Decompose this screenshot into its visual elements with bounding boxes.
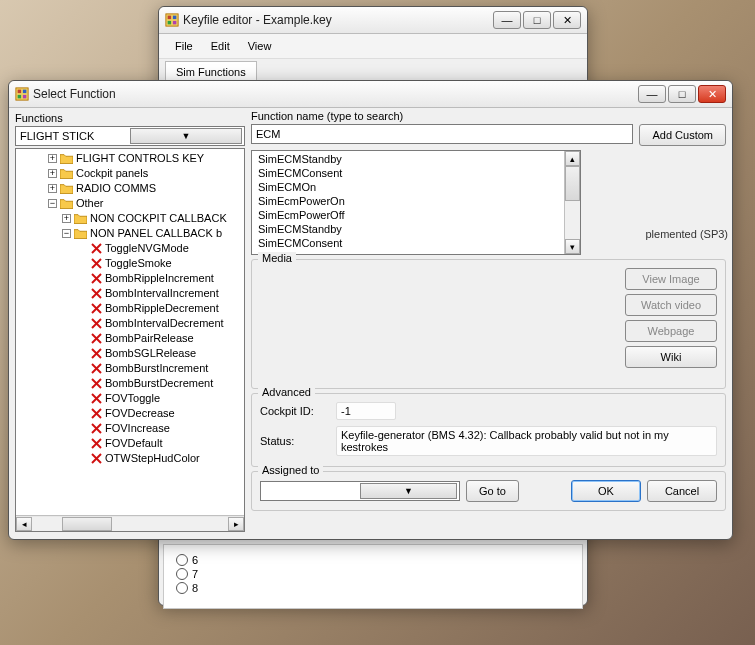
- expand-icon[interactable]: +: [48, 154, 57, 163]
- select-function-title: Select Function: [33, 87, 638, 101]
- expand-icon[interactable]: +: [62, 214, 71, 223]
- list-item[interactable]: SimEcmPowerOff: [256, 208, 560, 222]
- expand-icon[interactable]: +: [48, 184, 57, 193]
- assigned-to-combo[interactable]: ▼: [260, 481, 460, 501]
- collapse-icon[interactable]: −: [62, 229, 71, 238]
- keyfile-title: Keyfile editor - Example.key: [183, 13, 493, 27]
- x-icon: [90, 303, 102, 315]
- x-icon: [90, 333, 102, 345]
- minimize-button[interactable]: —: [638, 85, 666, 103]
- minimize-button[interactable]: —: [493, 11, 521, 29]
- cockpit-id-value: -1: [336, 402, 396, 420]
- x-icon: [90, 393, 102, 405]
- tree-item[interactable]: BombIntervalIncrement: [18, 286, 244, 301]
- assigned-to-legend: Assigned to: [258, 464, 323, 476]
- tree-item[interactable]: BombPairRelease: [18, 331, 244, 346]
- list-item[interactable]: SimECMConsent: [256, 236, 560, 250]
- tab-sim-functions[interactable]: Sim Functions: [165, 61, 257, 82]
- tree-item[interactable]: BombSGLRelease: [18, 346, 244, 361]
- tree-node-radio-comms[interactable]: +RADIO COMMS: [18, 181, 244, 196]
- x-icon: [90, 363, 102, 375]
- x-icon: [90, 273, 102, 285]
- list-item[interactable]: SimECMConsent: [256, 166, 560, 180]
- watch-video-button[interactable]: Watch video: [625, 294, 717, 316]
- list-item[interactable]: SimECMStandby: [256, 152, 560, 166]
- maximize-button[interactable]: □: [523, 11, 551, 29]
- tree-item[interactable]: FOVDefault: [18, 436, 244, 451]
- menu-file[interactable]: File: [167, 38, 201, 54]
- scroll-right-icon[interactable]: ▸: [228, 517, 244, 531]
- close-button[interactable]: ✕: [698, 85, 726, 103]
- tree-item[interactable]: FOVDecrease: [18, 406, 244, 421]
- advanced-legend: Advanced: [258, 386, 315, 398]
- functions-label: Functions: [15, 110, 245, 126]
- chevron-down-icon[interactable]: ▼: [130, 128, 242, 144]
- x-icon: [90, 408, 102, 420]
- tree-item[interactable]: FOVIncrease: [18, 421, 244, 436]
- tree-item[interactable]: BombRippleDecrement: [18, 301, 244, 316]
- flight-stick-value: FLIGHT STICK: [20, 130, 130, 142]
- media-group: Media View Image Watch video Webpage Wik…: [251, 259, 726, 389]
- tree-node-cockpit-panels[interactable]: +Cockpit panels: [18, 166, 244, 181]
- radio-option-6[interactable]: 6: [176, 553, 570, 567]
- tree-horizontal-scrollbar[interactable]: ◂ ▸: [16, 515, 244, 531]
- tree-node-other[interactable]: −Other: [18, 196, 244, 211]
- search-results-list[interactable]: SimECMStandbySimECMConsentSimECMOnSimEcm…: [251, 150, 581, 255]
- chevron-down-icon[interactable]: ▼: [360, 483, 457, 499]
- x-icon: [90, 438, 102, 450]
- maximize-button[interactable]: □: [668, 85, 696, 103]
- keyfile-title-bar[interactable]: Keyfile editor - Example.key — □ ✕: [159, 7, 587, 34]
- tree-item[interactable]: ToggleNVGMode: [18, 241, 244, 256]
- list-vertical-scrollbar[interactable]: ▴ ▾: [564, 151, 580, 254]
- add-custom-button[interactable]: Add Custom: [639, 124, 726, 146]
- scroll-left-icon[interactable]: ◂: [16, 517, 32, 531]
- cancel-button[interactable]: Cancel: [647, 480, 717, 502]
- x-icon: [90, 453, 102, 465]
- x-icon: [90, 288, 102, 300]
- goto-button[interactable]: Go to: [466, 480, 519, 502]
- x-icon: [90, 348, 102, 360]
- list-item[interactable]: SimECMOn: [256, 180, 560, 194]
- folder-icon: [74, 228, 87, 239]
- webpage-button[interactable]: Webpage: [625, 320, 717, 342]
- scroll-thumb[interactable]: [62, 517, 112, 531]
- view-image-button[interactable]: View Image: [625, 268, 717, 290]
- expand-icon[interactable]: +: [48, 169, 57, 178]
- scroll-down-icon[interactable]: ▾: [565, 239, 580, 254]
- function-tree[interactable]: +FLIGHT CONTROLS KEY +Cockpit panels +RA…: [15, 148, 245, 532]
- select-function-title-bar[interactable]: Select Function — □ ✕: [9, 81, 732, 108]
- tree-item[interactable]: OTWStepHudColor: [18, 451, 244, 466]
- app-icon: [15, 87, 29, 101]
- scroll-up-icon[interactable]: ▴: [565, 151, 580, 166]
- tree-node-flight-controls[interactable]: +FLIGHT CONTROLS KEY: [18, 151, 244, 166]
- collapse-icon[interactable]: −: [48, 199, 57, 208]
- wiki-button[interactable]: Wiki: [625, 346, 717, 368]
- status-label: Status:: [260, 435, 330, 447]
- tree-item[interactable]: FOVToggle: [18, 391, 244, 406]
- list-item[interactable]: SimEcmPowerOn: [256, 194, 560, 208]
- radio-option-7[interactable]: 7: [176, 567, 570, 581]
- list-item[interactable]: SimECMStandby: [256, 222, 560, 236]
- assigned-to-group: Assigned to ▼ Go to OK Cancel: [251, 471, 726, 511]
- ok-button[interactable]: OK: [571, 480, 641, 502]
- radio-panel: 6 7 8: [163, 544, 583, 609]
- svg-rect-3: [168, 21, 172, 25]
- tree-item[interactable]: BombBurstDecrement: [18, 376, 244, 391]
- flight-stick-combo[interactable]: FLIGHT STICK ▼: [15, 126, 245, 146]
- close-button[interactable]: ✕: [553, 11, 581, 29]
- tree-node-non-panel[interactable]: −NON PANEL CALLBACK b: [18, 226, 244, 241]
- function-name-input[interactable]: [251, 124, 633, 144]
- tree-item[interactable]: BombBurstIncrement: [18, 361, 244, 376]
- menu-edit[interactable]: Edit: [203, 38, 238, 54]
- status-value: Keyfile-generator (BMS 4.32): Callback p…: [336, 426, 717, 456]
- tree-item[interactable]: BombIntervalDecrement: [18, 316, 244, 331]
- tree-item[interactable]: ToggleSmoke: [18, 256, 244, 271]
- tree-node-non-cockpit[interactable]: +NON COCKPIT CALLBACK: [18, 211, 244, 226]
- scroll-thumb[interactable]: [565, 166, 580, 201]
- tree-item[interactable]: BombRippleIncrement: [18, 271, 244, 286]
- radio-option-8[interactable]: 8: [176, 581, 570, 595]
- svg-rect-4: [173, 21, 177, 25]
- menu-view[interactable]: View: [240, 38, 280, 54]
- select-function-window: Select Function — □ ✕ Functions FLIGHT S…: [8, 80, 733, 540]
- menu-bar: File Edit View: [159, 34, 587, 59]
